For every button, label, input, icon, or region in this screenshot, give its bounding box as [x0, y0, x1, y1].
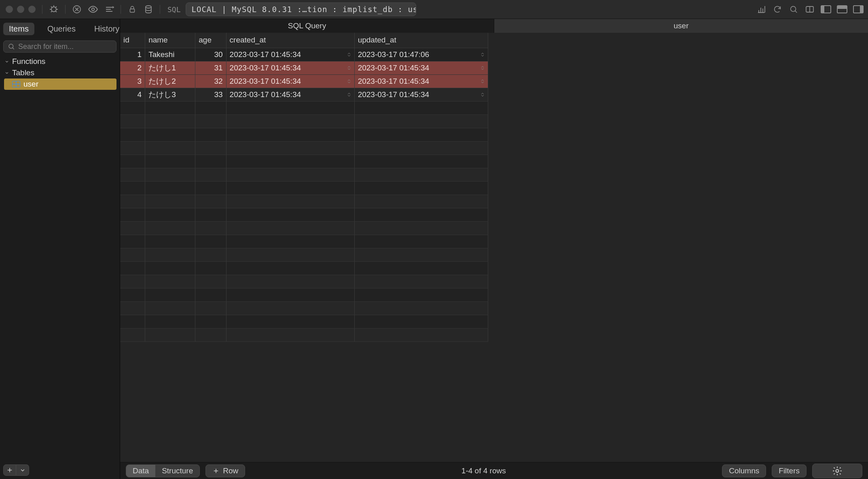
cell-id[interactable]: 4: [120, 88, 145, 101]
next-page-button[interactable]: [849, 464, 862, 475]
table-row-empty: [120, 288, 488, 301]
cell-updated-at[interactable]: 2023-03-17 01:45:34: [354, 74, 488, 88]
cell-name[interactable]: たけし3: [145, 88, 195, 101]
cell-updated-at[interactable]: 2023-03-17 01:45:34: [354, 88, 488, 101]
view-data-button[interactable]: Data: [126, 465, 155, 477]
row-status: 1-4 of 4 rows: [462, 466, 506, 475]
cell-name[interactable]: たけし2: [145, 74, 195, 88]
stepper-icon[interactable]: [346, 64, 352, 72]
eye-icon[interactable]: [86, 2, 100, 17]
sidebar: Items Queries History Functions Tables: [0, 19, 120, 479]
columns-button[interactable]: Columns: [722, 464, 766, 477]
col-updated-at[interactable]: updated_at: [354, 33, 488, 48]
table-row-empty: [120, 208, 488, 221]
process-icon[interactable]: [47, 2, 61, 17]
workspace: Items Queries History Functions Tables: [0, 19, 868, 479]
separator: [160, 5, 160, 14]
stepper-icon[interactable]: [480, 77, 485, 85]
panel-bottom-icon[interactable]: [835, 2, 849, 17]
cell-id[interactable]: 3: [120, 74, 145, 88]
main-tabs: SQL Query user: [120, 19, 868, 33]
cancel-icon[interactable]: [70, 2, 84, 17]
prev-page-button[interactable]: [813, 464, 826, 475]
zoom-window-dot[interactable]: [28, 6, 36, 13]
bottom-bar: Data Structure Row 1-4 of 4 rows Columns…: [120, 462, 868, 479]
table-row-empty: [120, 141, 488, 155]
split-icon[interactable]: [802, 2, 817, 17]
table-row-empty: [120, 328, 488, 341]
tree-section-label: Functions: [12, 57, 45, 66]
cell-id[interactable]: 1: [120, 48, 145, 61]
tree-item-label: user: [23, 80, 38, 89]
table-row-empty: [120, 221, 488, 235]
page-nav: [812, 464, 862, 478]
table-row-empty: [120, 168, 488, 181]
sidebar-tab-queries[interactable]: Queries: [42, 23, 81, 35]
cell-created-at[interactable]: 2023-03-17 01:45:34: [226, 74, 354, 88]
panel-left-icon[interactable]: [819, 2, 833, 17]
cell-age[interactable]: 30: [195, 48, 226, 61]
sidebar-tab-items[interactable]: Items: [3, 23, 34, 35]
search-input[interactable]: [18, 42, 112, 51]
cell-age[interactable]: 33: [195, 88, 226, 101]
main-toolbar: SQL LOCAL | MySQL 8.0.31 :…tion : implis…: [0, 0, 868, 19]
col-created-at[interactable]: created_at: [226, 33, 354, 48]
settings-button[interactable]: [826, 464, 849, 478]
header-row: id name age created_at updated_at: [120, 33, 488, 48]
sidebar-search[interactable]: [3, 40, 116, 53]
col-age[interactable]: age: [195, 33, 226, 48]
cell-created-at[interactable]: 2023-03-17 01:45:34: [226, 48, 354, 61]
chart-icon[interactable]: [754, 2, 768, 17]
tree-section-label: Tables: [12, 68, 34, 77]
tab-user[interactable]: user: [494, 19, 868, 33]
stepper-icon[interactable]: [346, 91, 352, 99]
table-row[interactable]: 1Takeshi302023-03-17 01:45:342023-03-17 …: [120, 48, 488, 61]
breadcrumb[interactable]: LOCAL | MySQL 8.0.31 :…tion : implist_db…: [186, 2, 416, 16]
cell-id[interactable]: 2: [120, 61, 145, 74]
stepper-icon[interactable]: [346, 77, 352, 85]
stepper-icon[interactable]: [480, 64, 485, 72]
main-panel: SQL Query user id name age created_at up…: [120, 19, 868, 479]
search-icon[interactable]: [786, 2, 801, 17]
cell-age[interactable]: 32: [195, 74, 226, 88]
format-icon[interactable]: [102, 2, 116, 17]
tree-section-tables[interactable]: Tables: [2, 67, 118, 78]
filters-button[interactable]: Filters: [772, 464, 807, 477]
stepper-icon[interactable]: [346, 51, 352, 59]
table-row-empty: [120, 235, 488, 248]
sidebar-tabs: Items Queries History: [3, 22, 116, 36]
close-window-dot[interactable]: [6, 6, 13, 13]
minimize-window-dot[interactable]: [17, 6, 24, 13]
table-row[interactable]: 2たけし1312023-03-17 01:45:342023-03-17 01:…: [120, 61, 488, 74]
cell-name[interactable]: たけし1: [145, 61, 195, 74]
panel-right-icon[interactable]: [851, 2, 866, 17]
stepper-icon[interactable]: [480, 51, 485, 59]
cell-name[interactable]: Takeshi: [145, 48, 195, 61]
add-row-button[interactable]: Row: [205, 464, 245, 477]
data-table: id name age created_at updated_at 1Takes…: [120, 33, 488, 342]
cell-updated-at[interactable]: 2023-03-17 01:47:06: [354, 48, 488, 61]
table-row[interactable]: 4たけし3332023-03-17 01:45:342023-03-17 01:…: [120, 88, 488, 101]
more-button[interactable]: [16, 464, 29, 476]
lock-icon[interactable]: [125, 2, 140, 17]
cell-created-at[interactable]: 2023-03-17 01:45:34: [226, 61, 354, 74]
cell-created-at[interactable]: 2023-03-17 01:45:34: [226, 88, 354, 101]
data-grid[interactable]: id name age created_at updated_at 1Takes…: [120, 33, 868, 462]
tree-section-functions[interactable]: Functions: [2, 56, 118, 67]
tab-sql-query[interactable]: SQL Query: [120, 19, 494, 33]
cell-age[interactable]: 31: [195, 61, 226, 74]
view-segment: Data Structure: [126, 464, 200, 477]
tree-item-user[interactable]: user: [4, 78, 116, 90]
table-row[interactable]: 3たけし2322023-03-17 01:45:342023-03-17 01:…: [120, 74, 488, 88]
stepper-icon[interactable]: [480, 91, 485, 99]
refresh-icon[interactable]: [770, 2, 785, 17]
sidebar-tab-history[interactable]: History: [89, 23, 125, 35]
add-button[interactable]: [3, 464, 16, 476]
table-row-empty: [120, 128, 488, 141]
view-structure-button[interactable]: Structure: [155, 465, 199, 477]
cell-updated-at[interactable]: 2023-03-17 01:45:34: [354, 61, 488, 74]
col-name[interactable]: name: [145, 33, 195, 48]
database-icon[interactable]: [141, 2, 156, 17]
col-id[interactable]: id: [120, 33, 145, 48]
separator: [42, 5, 42, 14]
